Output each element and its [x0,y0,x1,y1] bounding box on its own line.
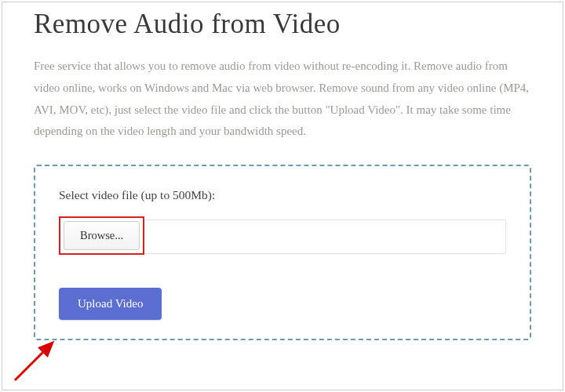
select-file-label: Select video file (up to 500Mb): [59,188,506,202]
browse-highlight-box: Browse... [59,216,144,255]
page-title: Remove Audio from Video [34,9,531,40]
main-panel: Remove Audio from Video Free service tha… [2,2,563,390]
service-description: Free service that allows you to remove a… [34,56,531,143]
svg-line-1 [15,344,51,380]
file-input-row: Browse... [59,216,506,255]
browse-button[interactable]: Browse... [64,221,140,250]
file-path-input[interactable] [144,220,506,254]
upload-video-button[interactable]: Upload Video [59,288,162,320]
upload-dropzone[interactable]: Select video file (up to 500Mb): Browse.… [34,165,531,340]
